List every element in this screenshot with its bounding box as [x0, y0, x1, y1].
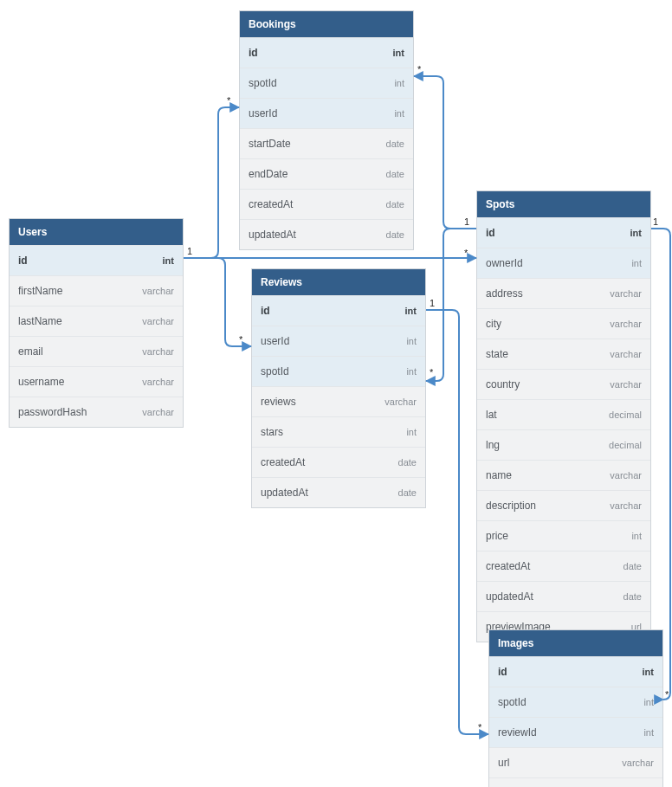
- col-spots-ownerId: ownerIdint: [477, 248, 650, 278]
- card-spots-id-one-left: 1: [464, 216, 469, 227]
- col-bookings-startDate: startDatedate: [240, 128, 413, 158]
- table-header-reviews: Reviews: [252, 269, 425, 295]
- col-spots-country: countryvarchar: [477, 369, 650, 399]
- table-reviews[interactable]: Reviews idint userIdint spotIdint review…: [251, 268, 426, 508]
- col-reviews-stars: starsint: [252, 416, 425, 447]
- col-images-url: urlvarchar: [489, 747, 662, 777]
- col-bookings-id: idint: [240, 37, 413, 68]
- col-users-firstName: firstNamevarchar: [10, 275, 183, 306]
- col-spots-lng: lngdecimal: [477, 429, 650, 460]
- table-spots[interactable]: Spots idint ownerIdint addressvarchar ci…: [476, 190, 651, 642]
- col-bookings-userId: userIdint: [240, 98, 413, 128]
- col-reviews-createdAt: createdAtdate: [252, 447, 425, 477]
- table-header-users: Users: [10, 219, 183, 245]
- col-images-id: idint: [489, 656, 662, 687]
- col-reviews-reviews: reviewsvarchar: [252, 386, 425, 416]
- col-images-spotId: spotIdint: [489, 687, 662, 717]
- col-spots-lat: latdecimal: [477, 399, 650, 429]
- col-bookings-createdAt: createdAtdate: [240, 189, 413, 219]
- col-users-passwordHash: passwordHashvarchar: [10, 397, 183, 427]
- card-images-spotId-many: *: [665, 689, 669, 700]
- table-header-bookings: Bookings: [240, 11, 413, 37]
- card-spots-ownerId-many: *: [464, 248, 468, 258]
- col-images-preview: previewboolean: [489, 777, 662, 787]
- col-bookings-spotId: spotIdint: [240, 68, 413, 98]
- col-spots-description: descriptionvarchar: [477, 490, 650, 520]
- col-spots-city: cityvarchar: [477, 308, 650, 339]
- table-bookings[interactable]: Bookings idint spotIdint userIdint start…: [239, 10, 414, 250]
- card-reviews-spotId-many: *: [430, 367, 433, 377]
- col-spots-id: idint: [477, 217, 650, 248]
- col-users-lastName: lastNamevarchar: [10, 306, 183, 336]
- col-users-username: usernamevarchar: [10, 366, 183, 397]
- col-images-reviewId: reviewIdint: [489, 717, 662, 747]
- card-reviews-id-one: 1: [430, 298, 435, 308]
- col-spots-name: namevarchar: [477, 460, 650, 490]
- col-users-email: emailvarchar: [10, 336, 183, 366]
- col-spots-createdAt: createdAtdate: [477, 551, 650, 581]
- col-users-id: idint: [10, 245, 183, 275]
- card-bookings-spotId-many: *: [417, 64, 421, 74]
- col-spots-address: addressvarchar: [477, 278, 650, 308]
- col-reviews-updatedAt: updatedAtdate: [252, 477, 425, 507]
- col-spots-state: statevarchar: [477, 339, 650, 369]
- col-bookings-endDate: endDatedate: [240, 158, 413, 189]
- col-bookings-updatedAt: updatedAtdate: [240, 219, 413, 249]
- col-reviews-userId: userIdint: [252, 326, 425, 356]
- col-reviews-spotId: spotIdint: [252, 356, 425, 386]
- col-spots-updatedAt: updatedAtdate: [477, 581, 650, 611]
- card-bookings-userId-many: *: [227, 95, 230, 106]
- table-header-images: Images: [489, 630, 662, 656]
- card-users-one: 1: [187, 246, 192, 256]
- table-header-spots: Spots: [477, 191, 650, 217]
- card-images-reviewId-many: *: [478, 722, 481, 732]
- col-reviews-id: idint: [252, 295, 425, 326]
- table-users[interactable]: Users idint firstNamevarchar lastNamevar…: [9, 218, 184, 428]
- erd-canvas: { "tables": { "users": { "title": "Users…: [0, 0, 672, 787]
- col-spots-price: priceint: [477, 520, 650, 551]
- card-reviews-userId-many: *: [239, 334, 242, 345]
- table-images[interactable]: Images idint spotIdint reviewIdint urlva…: [488, 629, 663, 787]
- card-spots-id-one-right: 1: [653, 216, 658, 227]
